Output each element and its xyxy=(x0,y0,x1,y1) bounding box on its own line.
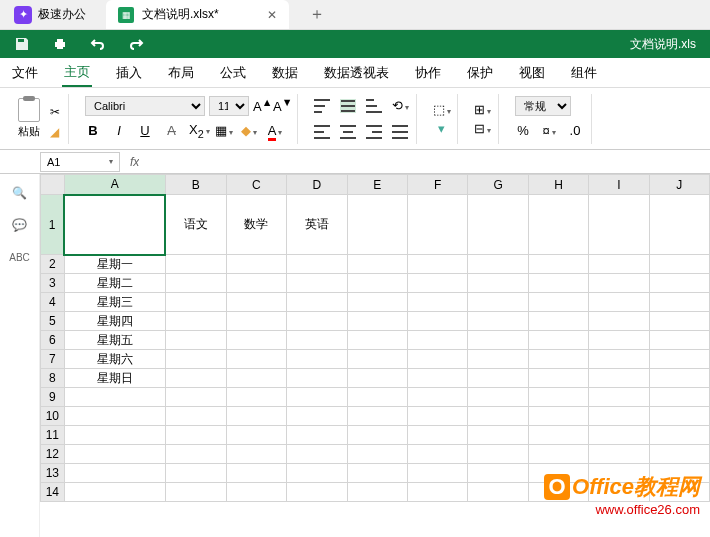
cell-F7[interactable] xyxy=(408,350,468,369)
search-icon[interactable]: 🔍 xyxy=(11,184,29,202)
cell-B7[interactable] xyxy=(165,350,226,369)
paste-button[interactable]: 粘贴 xyxy=(18,98,40,139)
cell-H12[interactable] xyxy=(528,445,588,464)
cell-D1[interactable]: 英语 xyxy=(287,195,348,255)
cell-I3[interactable] xyxy=(589,274,649,293)
border-button[interactable]: ▦▾ xyxy=(215,123,231,138)
cell-I4[interactable] xyxy=(589,293,649,312)
increase-font-icon[interactable]: A▲ xyxy=(253,96,269,114)
row-header-10[interactable]: 10 xyxy=(41,407,65,426)
col-header-I[interactable]: I xyxy=(589,175,649,195)
cell-B5[interactable] xyxy=(165,312,226,331)
cell-B6[interactable] xyxy=(165,331,226,350)
cell-C5[interactable] xyxy=(226,312,287,331)
cell-F10[interactable] xyxy=(408,407,468,426)
cell-B12[interactable] xyxy=(165,445,226,464)
cell-H3[interactable] xyxy=(528,274,588,293)
cell-A9[interactable] xyxy=(64,388,165,407)
menu-component[interactable]: 组件 xyxy=(569,60,599,86)
currency-button[interactable]: ¤▾ xyxy=(541,123,557,138)
menu-view[interactable]: 视图 xyxy=(517,60,547,86)
row-header-4[interactable]: 4 xyxy=(41,293,65,312)
font-size-select[interactable]: 11 xyxy=(209,96,249,116)
cell-E2[interactable] xyxy=(347,255,407,274)
align-bottom-icon[interactable] xyxy=(366,99,382,113)
cell-I2[interactable] xyxy=(589,255,649,274)
cell-C3[interactable] xyxy=(226,274,287,293)
cell-A11[interactable] xyxy=(64,426,165,445)
cell-I10[interactable] xyxy=(589,407,649,426)
cell-A2[interactable]: 星期一 xyxy=(64,255,165,274)
menu-file[interactable]: 文件 xyxy=(10,60,40,86)
app-tab[interactable]: ✦ 极速办公 xyxy=(0,0,100,29)
cell-C12[interactable] xyxy=(226,445,287,464)
cell-H1[interactable] xyxy=(528,195,588,255)
cell-F2[interactable] xyxy=(408,255,468,274)
row-header-8[interactable]: 8 xyxy=(41,369,65,388)
row-header-5[interactable]: 5 xyxy=(41,312,65,331)
col-header-B[interactable]: B xyxy=(165,175,226,195)
cell-B14[interactable] xyxy=(165,483,226,502)
cell-J2[interactable] xyxy=(649,255,709,274)
add-tab-button[interactable]: ＋ xyxy=(309,4,325,25)
align-top-icon[interactable] xyxy=(314,99,330,113)
cell-A7[interactable]: 星期六 xyxy=(64,350,165,369)
cell-B13[interactable] xyxy=(165,464,226,483)
cell-F6[interactable] xyxy=(408,331,468,350)
row-header-2[interactable]: 2 xyxy=(41,255,65,274)
cell-I1[interactable] xyxy=(589,195,649,255)
row-header-13[interactable]: 13 xyxy=(41,464,65,483)
cell-G11[interactable] xyxy=(468,426,528,445)
decrease-font-icon[interactable]: A▼ xyxy=(273,96,289,114)
cell-E11[interactable] xyxy=(347,426,407,445)
cell-E13[interactable] xyxy=(347,464,407,483)
name-box[interactable]: A1 ▾ xyxy=(40,152,120,172)
cell-J11[interactable] xyxy=(649,426,709,445)
align-center-icon[interactable] xyxy=(340,125,356,139)
cell-E1[interactable] xyxy=(347,195,407,255)
menu-home[interactable]: 主页 xyxy=(62,59,92,87)
cell-E7[interactable] xyxy=(347,350,407,369)
cell-H5[interactable] xyxy=(528,312,588,331)
cell-G9[interactable] xyxy=(468,388,528,407)
formula-input[interactable] xyxy=(139,152,710,172)
cell-G8[interactable] xyxy=(468,369,528,388)
cell-G6[interactable] xyxy=(468,331,528,350)
cell-I6[interactable] xyxy=(589,331,649,350)
cell-G3[interactable] xyxy=(468,274,528,293)
cell-J3[interactable] xyxy=(649,274,709,293)
percent-button[interactable]: % xyxy=(515,123,531,138)
cell-G12[interactable] xyxy=(468,445,528,464)
cell-A14[interactable] xyxy=(64,483,165,502)
align-left-icon[interactable] xyxy=(314,125,330,139)
cell-H6[interactable] xyxy=(528,331,588,350)
col-header-E[interactable]: E xyxy=(347,175,407,195)
cell-E9[interactable] xyxy=(347,388,407,407)
cell-B1[interactable]: 语文 xyxy=(165,195,226,255)
cell-J10[interactable] xyxy=(649,407,709,426)
cell-I12[interactable] xyxy=(589,445,649,464)
cell-J12[interactable] xyxy=(649,445,709,464)
orientation-button[interactable]: ⟲▾ xyxy=(392,98,408,113)
cell-G4[interactable] xyxy=(468,293,528,312)
align-middle-icon[interactable] xyxy=(340,99,356,113)
menu-collab[interactable]: 协作 xyxy=(413,60,443,86)
cell-E14[interactable] xyxy=(347,483,407,502)
cell-B8[interactable] xyxy=(165,369,226,388)
cell-D4[interactable] xyxy=(287,293,348,312)
cell-A10[interactable] xyxy=(64,407,165,426)
cell-J9[interactable] xyxy=(649,388,709,407)
cell-A6[interactable]: 星期五 xyxy=(64,331,165,350)
file-tab[interactable]: ▦ 文档说明.xlsx* ✕ xyxy=(106,0,289,29)
comment-icon[interactable]: 💬 xyxy=(11,216,29,234)
cell-D12[interactable] xyxy=(287,445,348,464)
fx-icon[interactable]: fx xyxy=(130,155,139,169)
row-header-7[interactable]: 7 xyxy=(41,350,65,369)
cell-A3[interactable]: 星期二 xyxy=(64,274,165,293)
menu-data[interactable]: 数据 xyxy=(270,60,300,86)
cell-C2[interactable] xyxy=(226,255,287,274)
cell-F8[interactable] xyxy=(408,369,468,388)
cell-J6[interactable] xyxy=(649,331,709,350)
wrap-text-button[interactable]: ⬚▾ xyxy=(433,102,449,117)
cell-A4[interactable]: 星期三 xyxy=(64,293,165,312)
